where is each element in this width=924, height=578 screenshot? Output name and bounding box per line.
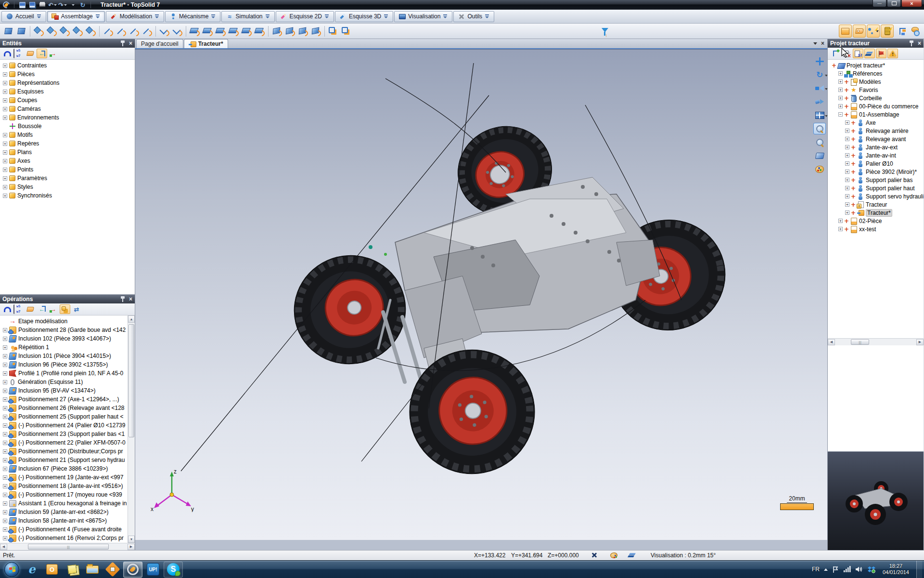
expander-icon[interactable]: + xyxy=(845,202,849,207)
render-style-icon[interactable] xyxy=(813,163,826,175)
select-reference-icon[interactable] xyxy=(839,25,852,38)
operations-list-item[interactable]: +Inclusion 102 (Pièce 3993 <14067>) xyxy=(3,334,128,343)
operations-list-item[interactable]: +Inclusion 67 (Pièce 3886 <10239>) xyxy=(3,464,128,473)
expander-icon[interactable]: + xyxy=(838,71,843,76)
operations-group-icon[interactable] xyxy=(60,304,70,314)
project-tree-item[interactable]: +Références xyxy=(831,69,924,78)
operations-list-item[interactable]: +(-) Positionnement 19 (Jante-av-ext <99… xyxy=(3,473,128,482)
scrollbar-thumb[interactable] xyxy=(128,324,134,437)
entities-tree-item[interactable]: +Points xyxy=(3,165,135,174)
operations-list-item[interactable]: +Inclusion 96 (Pièce 3902 <13755>) xyxy=(3,360,128,369)
entities-magnet-icon[interactable] xyxy=(2,49,13,58)
expander-icon[interactable]: + xyxy=(845,120,849,125)
operations-list-item[interactable]: +(-) Positionnement 16 (Renvoi 2;Corps p… xyxy=(3,534,128,542)
save-all-icon[interactable] xyxy=(27,1,37,9)
taskbar-clock[interactable]: 18:27 04/01/2014 xyxy=(880,563,912,576)
project-tree-item[interactable]: ++Support palier haut xyxy=(831,184,924,192)
expander-icon[interactable]: + xyxy=(3,142,7,146)
expander-icon[interactable]: + xyxy=(845,153,849,158)
line-constraint-3-icon[interactable] xyxy=(128,25,140,38)
line-constraint-1-icon[interactable] xyxy=(102,25,114,38)
plane-constraint-5-icon[interactable] xyxy=(241,25,253,38)
project-tree-item[interactable]: ++02-Pièce xyxy=(831,217,924,225)
orient-constraint-1-icon[interactable] xyxy=(271,25,283,38)
viewport-3d[interactable]: x y z 20mm xyxy=(135,49,827,540)
insert-standard-icon[interactable] xyxy=(15,25,27,38)
expander-icon[interactable]: + xyxy=(3,371,7,376)
operations-list-item[interactable]: +Positionnement 28 (Garde boue avd <142 xyxy=(3,326,128,334)
expander-icon[interactable]: + xyxy=(845,145,849,149)
project-flag-icon[interactable] xyxy=(876,49,886,58)
taskbar-topsolid-button[interactable] xyxy=(123,562,142,578)
expander-icon[interactable]: + xyxy=(3,64,7,68)
operations-list-item[interactable]: +Positionnement 20 (Distributeur;Corps p… xyxy=(3,447,128,456)
project-tree-item[interactable]: ++Palier Ø10 xyxy=(831,159,924,168)
entities-tree-item[interactable]: Boussole xyxy=(3,122,135,131)
operations-list-item[interactable]: +Répétition 1 xyxy=(3,343,128,352)
close-icon[interactable]: × xyxy=(918,40,921,46)
constraint-axis-3-icon[interactable] xyxy=(59,25,71,38)
operations-list-item[interactable]: +(-) Positionnement 24 (Palier Ø10 <1273… xyxy=(3,421,128,430)
zoom-icon[interactable] xyxy=(813,136,826,148)
scroll-left-icon[interactable]: ◀ xyxy=(0,544,7,550)
expander-icon[interactable]: + xyxy=(3,328,7,332)
chain-constraint-2-icon[interactable] xyxy=(340,25,352,38)
line-constraint-4-icon[interactable] xyxy=(141,25,153,38)
operations-list-item[interactable]: Etape modélisation xyxy=(3,317,128,326)
operations-tag-icon[interactable] xyxy=(25,304,36,314)
undo-icon[interactable] xyxy=(48,1,57,9)
plane-constraint-3-icon[interactable] xyxy=(215,25,227,38)
operations-vertical-scrollbar[interactable]: ▲ ▼ xyxy=(128,315,135,543)
entities-tree-item[interactable]: +Axes xyxy=(3,157,135,165)
expander-icon[interactable]: + xyxy=(845,137,849,141)
operations-list-item[interactable]: +Positionnement 25 (Support palier haut … xyxy=(3,412,128,421)
entities-tree-item[interactable]: +Caméras xyxy=(3,105,135,113)
expander-icon[interactable]: + xyxy=(3,475,7,480)
orient-constraint-4-icon[interactable] xyxy=(310,25,322,38)
chevron-down-icon[interactable] xyxy=(265,14,270,19)
print-icon[interactable] xyxy=(38,1,47,9)
refresh-icon[interactable] xyxy=(78,1,88,9)
pin-icon[interactable] xyxy=(909,40,914,46)
expander-icon[interactable]: + xyxy=(3,150,7,155)
operations-list-item[interactable]: +Inclusion 95 (BV-AV <13474>) xyxy=(3,386,128,395)
scrollbar-thumb[interactable] xyxy=(28,544,109,550)
taskbar-up-button[interactable]: UP! xyxy=(143,562,163,578)
project-tree-item[interactable]: ++00-Pièce du commerce xyxy=(831,102,924,110)
taskbar-windows-explorer-button[interactable] xyxy=(83,562,102,578)
tractor-3d-model[interactable] xyxy=(135,50,827,540)
maximize-button[interactable] xyxy=(887,0,901,7)
expander-icon[interactable]: + xyxy=(838,88,843,92)
operations-list-item[interactable]: +(-) Positionnement 4 (Fusee avant droit… xyxy=(3,525,128,534)
entities-dims-icon[interactable] xyxy=(13,49,24,58)
show-desktop-button[interactable] xyxy=(916,561,922,578)
ribbon-tab-visualisation[interactable]: Visualisation xyxy=(394,11,452,22)
document-tab-page-d-accueil[interactable]: Page d'accueil xyxy=(136,39,183,48)
expander-icon[interactable]: + xyxy=(3,484,7,488)
taskbar-edrawings-button[interactable] xyxy=(103,562,122,578)
scroll-down-icon[interactable]: ▼ xyxy=(128,536,135,543)
project-horizontal-scrollbar[interactable]: ◀ ▶ xyxy=(828,338,924,345)
project-tree-item[interactable]: ++Jante-av-int xyxy=(831,151,924,159)
selection-filter-icon[interactable] xyxy=(599,25,611,38)
constraint-axis-5-icon[interactable] xyxy=(85,25,97,38)
chevron-down-icon[interactable] xyxy=(384,14,389,19)
entities-tree-item[interactable]: +Pièces xyxy=(3,70,135,79)
close-icon[interactable]: × xyxy=(129,40,132,46)
dropbox-icon[interactable] xyxy=(868,566,875,573)
tree-structure-icon[interactable] xyxy=(895,25,908,38)
expander-icon[interactable]: + xyxy=(3,194,7,198)
project-warning-icon[interactable] xyxy=(887,49,898,58)
expander-icon[interactable]: + xyxy=(838,79,843,84)
expander-icon[interactable]: + xyxy=(3,345,7,350)
entities-tree-item[interactable]: +Styles xyxy=(3,183,135,191)
style-pen-icon[interactable] xyxy=(68,1,77,9)
taskbar-skype-button[interactable]: S xyxy=(164,562,183,578)
expander-icon[interactable]: + xyxy=(3,397,7,402)
expander-icon[interactable]: + xyxy=(838,96,843,100)
expander-icon[interactable]: + xyxy=(3,493,7,497)
taskbar-outlook-button[interactable]: O xyxy=(42,562,62,578)
close-button[interactable]: × xyxy=(901,0,922,7)
project-tree-item[interactable]: ++Favoris xyxy=(831,86,924,94)
plane-constraint-6-icon[interactable] xyxy=(254,25,266,38)
